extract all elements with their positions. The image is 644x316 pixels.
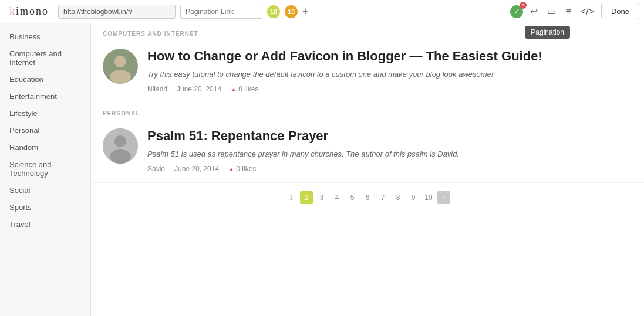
main-layout: BusinessComputers and InternetEducationE…	[0, 23, 644, 316]
sidebar-item-business[interactable]: Business	[0, 28, 90, 45]
article-title: How to Change or Add Favicon in Blogger …	[147, 49, 632, 64]
page-9[interactable]: 9	[407, 191, 420, 204]
sidebar-item-random[interactable]: Random	[0, 139, 90, 156]
page-8[interactable]: 8	[392, 191, 404, 204]
code-icon[interactable]: </>	[578, 5, 596, 18]
article-author: Niladri	[147, 85, 167, 93]
done-button[interactable]: Done	[601, 4, 639, 19]
undo-button[interactable]: ↩	[528, 5, 540, 18]
svg-point-5	[110, 149, 131, 164]
monitor-icon[interactable]: ▭	[545, 5, 558, 18]
page-3[interactable]: 3	[315, 191, 328, 204]
likes-icon: ▲	[228, 166, 234, 172]
article-title: Psalm 51: Repentance Prayer	[147, 128, 632, 144]
article-body: How to Change or Add Favicon in Blogger …	[147, 49, 632, 93]
sidebar-item-travel[interactable]: Travel	[0, 216, 90, 233]
add-button[interactable]: +	[302, 5, 309, 18]
sidebar-item-computers-and-internet[interactable]: Computers and Internet	[0, 45, 90, 71]
svg-point-1	[114, 56, 126, 67]
svg-point-2	[110, 70, 131, 84]
page-4[interactable]: 4	[331, 191, 343, 204]
page-next-button[interactable]: ›	[437, 191, 450, 204]
article-body: Psalm 51: Repentance PrayerPsalm 51 is u…	[147, 128, 632, 173]
page-2[interactable]: 2	[300, 191, 313, 204]
likes-icon: ▲	[231, 86, 237, 93]
page-1: 1	[285, 191, 298, 204]
article-row: Psalm 51: Repentance PrayerPsalm 51 is u…	[91, 121, 644, 183]
content: COMPUTERS AND INTERNET How to Change or …	[91, 23, 644, 316]
page-10[interactable]: 10	[422, 191, 435, 204]
sidebar-item-sports[interactable]: Sports	[0, 199, 90, 216]
kimono-logo: kimono	[5, 5, 53, 18]
avatar-placeholder	[103, 128, 138, 164]
pagination-bar: 12345678910›	[91, 183, 644, 212]
sidebar-item-education[interactable]: Education	[0, 71, 90, 88]
sidebar-item-personal[interactable]: Personal	[0, 122, 90, 139]
sidebar-item-social[interactable]: Social	[0, 182, 90, 199]
avatar	[103, 49, 138, 84]
article-meta: SavioJune 20, 2014▲ 0 likes	[147, 165, 632, 173]
article-excerpt: Try this easy tutorial to change the def…	[147, 69, 632, 80]
sidebar-item-entertainment[interactable]: Entertainment	[0, 88, 90, 105]
article-excerpt: Psalm 51 is used as repentance prayer in…	[147, 148, 632, 160]
section-header: PERSONAL	[91, 103, 644, 121]
article-likes: ▲ 0 likes	[228, 165, 256, 173]
topbar-right: ✓ ↩ ▭ ≡ </> Done Pagination	[510, 4, 639, 19]
author-photo	[103, 49, 138, 84]
page-7[interactable]: 7	[376, 191, 389, 204]
sidebar: BusinessComputers and InternetEducationE…	[0, 23, 91, 316]
url-bar[interactable]: http://theblogbowl.in/f/	[58, 5, 176, 19]
article-meta: NiladriJune 20, 2014▲ 0 likes	[147, 85, 632, 93]
svg-point-4	[114, 135, 126, 147]
article-likes: ▲ 0 likes	[231, 85, 258, 93]
sidebar-item-lifestyle[interactable]: Lifestyle	[0, 105, 90, 122]
page-6[interactable]: 6	[361, 191, 374, 204]
page-5[interactable]: 5	[346, 191, 359, 204]
badge-orange: 10	[285, 5, 298, 18]
badge-green: 10	[267, 5, 280, 18]
layout-icon[interactable]: ≡	[563, 5, 573, 18]
topbar: kimono http://theblogbowl.in/f/ 10 10 + …	[0, 0, 644, 23]
article-date: June 20, 2014	[177, 85, 221, 93]
check-icon[interactable]: ✓	[510, 5, 523, 18]
pagination-link-input[interactable]	[180, 5, 262, 19]
sidebar-item-science-and-technology[interactable]: Science and Technology	[0, 156, 90, 182]
pagination-tooltip: Pagination	[525, 26, 570, 39]
article-date: June 20, 2014	[174, 165, 219, 173]
article-author: Savio	[147, 165, 165, 173]
article-row: How to Change or Add Favicon in Blogger …	[91, 42, 644, 103]
